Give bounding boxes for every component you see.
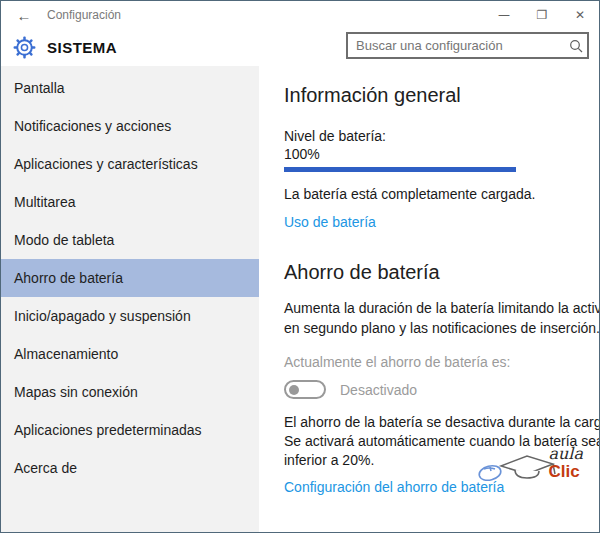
sidebar-item-aplicaciones-y-caracteristicas[interactable]: Aplicaciones y características — [1, 145, 259, 183]
window-title: Configuración — [47, 8, 485, 22]
toggle-knob-icon — [289, 385, 299, 395]
saver-current-label: Actualmente el ahorro de batería es: — [284, 354, 600, 370]
sidebar-item-almacenamiento[interactable]: Almacenamiento — [1, 335, 259, 373]
logo-text-clic: Clic — [549, 463, 584, 480]
sidebar-item-aplicaciones-predeterminadas[interactable]: Aplicaciones predeterminadas — [1, 411, 259, 449]
header: SISTEMA — [1, 29, 599, 66]
minimize-button[interactable]: — — [485, 1, 523, 29]
sidebar-item-acerca-de[interactable]: Acerca de — [1, 449, 259, 487]
battery-level-label: Nivel de batería: — [284, 127, 600, 145]
window-controls: — ❐ ✕ — [485, 1, 599, 29]
titlebar: ← Configuración — ❐ ✕ — [1, 1, 599, 29]
aulaclic-logo: aula Clic — [477, 442, 584, 490]
sidebar-item-pantalla[interactable]: Pantalla — [1, 69, 259, 107]
battery-level-value: 100% — [284, 145, 600, 163]
close-button[interactable]: ✕ — [561, 1, 599, 29]
search-input[interactable] — [348, 38, 565, 53]
sidebar-item-ahorro-de-bateria[interactable]: Ahorro de batería — [1, 259, 259, 297]
toggle-row: Desactivado — [284, 380, 600, 399]
sidebar-item-mapas-sin-conexion[interactable]: Mapas sin conexión — [1, 373, 259, 411]
battery-progress-bar — [284, 167, 516, 172]
sidebar: PantallaNotificaciones y accionesAplicac… — [1, 66, 259, 533]
battery-saver-toggle[interactable] — [284, 380, 326, 399]
gear-icon — [13, 36, 36, 59]
search-icon[interactable] — [565, 39, 587, 53]
settings-window: ← Configuración — ❐ ✕ — [0, 0, 600, 533]
section-title-saver: Ahorro de batería — [284, 261, 600, 284]
battery-progress-fill — [284, 167, 516, 172]
sidebar-item-modo-de-tableta[interactable]: Modo de tableta — [1, 221, 259, 259]
maximize-button[interactable]: ❐ — [523, 1, 561, 29]
battery-usage-link[interactable]: Uso de batería — [284, 214, 376, 230]
sidebar-item-inicio-apagado-y-suspension[interactable]: Inicio/apagado y suspensión — [1, 297, 259, 335]
saver-description: Aumenta la duración de la batería limita… — [284, 298, 600, 338]
toggle-state-label: Desactivado — [340, 382, 417, 398]
page-title: SISTEMA — [47, 39, 117, 56]
search-box — [346, 32, 589, 59]
sidebar-item-notificaciones-y-acciones[interactable]: Notificaciones y acciones — [1, 107, 259, 145]
saver-settings-link[interactable]: Configuración del ahorro de batería — [284, 479, 504, 495]
battery-status-text: La batería está completamente cargada. — [284, 186, 600, 202]
back-button[interactable]: ← — [7, 1, 41, 29]
sidebar-item-multitarea[interactable]: Multitarea — [1, 183, 259, 221]
section-title-general: Información general — [284, 84, 600, 107]
logo-text-aula: aula — [549, 446, 584, 462]
